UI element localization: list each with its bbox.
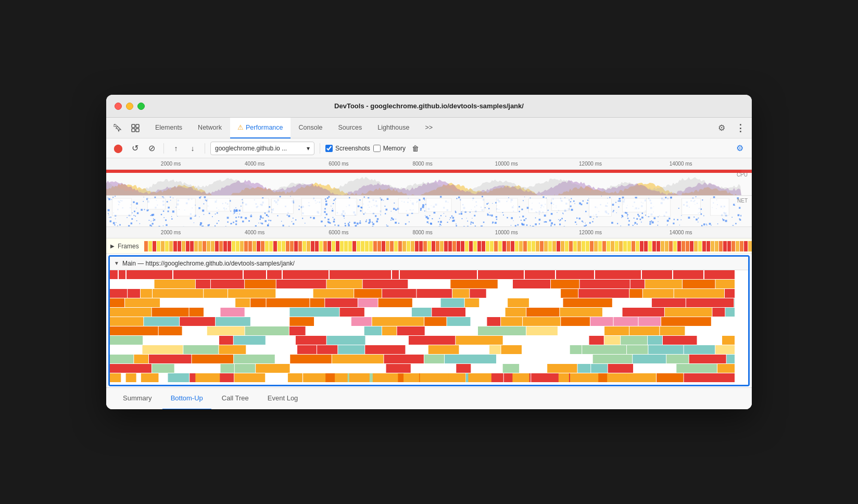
tab-bottom-up[interactable]: Bottom-Up [162,388,211,410]
tick-8000: 8000 ms [412,161,432,167]
tab-bar-right: ⚙ ⋮ [714,121,748,135]
tab-network[interactable]: Network [191,118,229,138]
maximize-button[interactable] [137,103,145,110]
titlebar: DevTools - googlechrome.github.io/devtoo… [106,95,752,118]
tab-summary[interactable]: Summary [115,388,160,410]
main-tick-4000: 4000 ms [245,230,264,235]
timeline-overview: 2000 ms 4000 ms 6000 ms 8000 ms 10000 ms… [106,158,752,387]
tab-bar-left-icons [110,121,143,135]
close-button[interactable] [115,103,122,110]
settings-icon[interactable]: ⚙ [714,121,729,135]
performance-toolbar: ⬤ ↺ ⊘ ↑ ↓ googlechrome.github.io ... ▾ S… [106,138,752,158]
save-button[interactable]: ↓ [186,142,199,155]
toolbar-settings-button[interactable]: ⚙ [733,142,747,155]
svg-rect-0 [114,124,116,127]
tick-14000: 14000 ms [670,161,692,167]
reload-record-button[interactable]: ↺ [128,142,142,155]
svg-rect-1 [132,124,135,128]
main-tick-12000: 12000 ms [579,230,602,235]
minimize-button[interactable] [126,103,133,110]
cleanup-button[interactable]: 🗑 [409,142,422,155]
net-label: NET [737,198,748,224]
tick-2000: 2000 ms [161,161,181,167]
svg-rect-4 [136,129,139,132]
bottom-tab-bar: Summary Bottom-Up Call Tree Event Log [106,387,752,409]
memory-checkbox[interactable] [373,145,381,152]
cursor-icon[interactable] [110,121,125,135]
tick-6000: 6000 ms [329,161,348,167]
main-tick-6000: 6000 ms [329,230,348,235]
tick-12000: 12000 ms [579,161,602,167]
frames-canvas [144,241,752,251]
screenshots-checkbox[interactable] [325,145,333,152]
timeline-ruler-main: 2000 ms 4000 ms 6000 ms 8000 ms 10000 ms… [106,227,752,238]
main-title: Main — https://googlechrome.github.io/de… [122,260,295,267]
tab-bar: Elements Network ⚠ Performance Console S… [106,118,752,138]
cpu-chart[interactable]: CPU [106,170,752,196]
frames-triangle-icon: ▶ [110,243,115,249]
frames-label: Frames [118,243,139,250]
window-buttons [115,103,145,110]
toolbar-separator-2 [205,143,205,154]
memory-checkbox-label[interactable]: Memory [373,145,406,152]
toolbar-right: ⚙ [733,142,747,155]
frames-row[interactable]: ▶ Frames [106,238,752,254]
main-flame-section[interactable]: ▼ Main — https://googlechrome.github.io/… [108,255,750,386]
more-options-icon[interactable]: ⋮ [733,121,748,135]
toolbar-separator-3 [320,143,320,154]
window-title: DevTools - googlechrome.github.io/devtoo… [334,102,524,110]
clear-button[interactable]: ⊘ [145,142,158,155]
tab-lighthouse[interactable]: Lighthouse [370,118,417,138]
flame-canvas [110,270,735,385]
devtools-window: DevTools - googlechrome.github.io/devtoo… [106,95,752,409]
tab-event-log[interactable]: Event Log [259,388,307,410]
main-tick-8000: 8000 ms [412,230,432,235]
warning-icon: ⚠ [237,123,244,131]
net-canvas [106,196,741,227]
flame-chart[interactable] [110,270,748,385]
devtools-panel: Elements Network ⚠ Performance Console S… [106,118,752,409]
main-tick-14000: 14000 ms [670,230,692,235]
record-button[interactable]: ⬤ [111,142,125,155]
main-header: ▼ Main — https://googlechrome.github.io/… [110,257,748,270]
tab-elements[interactable]: Elements [148,118,190,138]
tab-sources[interactable]: Sources [331,118,369,138]
net-chart[interactable]: NET [106,196,752,227]
tab-console[interactable]: Console [292,118,330,138]
tab-performance[interactable]: ⚠ Performance [230,118,291,138]
svg-rect-2 [136,124,139,128]
timeline-ruler-top: 2000 ms 4000 ms 6000 ms 8000 ms 10000 ms… [106,158,752,170]
inspect-icon[interactable] [128,121,143,135]
dropdown-arrow-icon: ▾ [307,145,310,152]
url-selector[interactable]: googlechrome.github.io ... ▾ [210,142,314,155]
tab-more[interactable]: >> [418,118,440,138]
cpu-canvas [106,170,741,196]
cpu-red-bar [106,170,752,173]
main-triangle-icon: ▼ [114,260,119,266]
screenshots-checkbox-label[interactable]: Screenshots [325,145,370,152]
load-button[interactable]: ↑ [169,142,183,155]
main-tick-10000: 10000 ms [495,230,518,235]
tab-call-tree[interactable]: Call Tree [213,388,257,410]
cpu-label: CPU [737,172,748,193]
tick-4000: 4000 ms [245,161,264,167]
toolbar-separator-1 [163,143,164,154]
main-tick-2000: 2000 ms [161,230,181,235]
tick-10000: 10000 ms [495,161,518,167]
svg-rect-3 [132,129,135,132]
